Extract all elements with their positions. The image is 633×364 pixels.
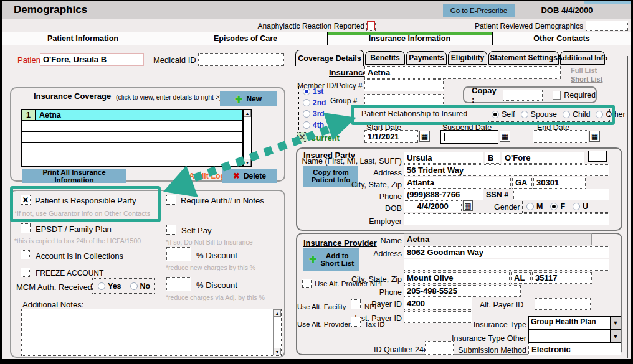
insurance-name-field[interactable]: Aetna	[364, 66, 561, 79]
scroll-down-icon[interactable]: ▼	[244, 159, 251, 166]
insured-address-field[interactable]: 56 Trident Way	[404, 164, 609, 176]
provider-state-field[interactable]: AL	[511, 272, 531, 284]
dropdown-arrow-icon[interactable]: ▼	[610, 317, 621, 329]
gender-male-radio[interactable]: M	[526, 202, 543, 211]
notes-scrollbar[interactable]: ▲ ▼	[273, 309, 281, 355]
start-date-calendar-icon[interactable]: ▦	[419, 131, 430, 142]
print-all-insurance-button[interactable]: Print All Insurance Information	[22, 169, 126, 183]
scroll-down-icon[interactable]: ▼	[274, 348, 281, 355]
insured-state-field[interactable]: GA	[512, 177, 532, 189]
insurance-row-empty[interactable]	[22, 143, 242, 154]
radio-icon	[492, 111, 499, 118]
short-list-link[interactable]: Short List	[571, 75, 602, 83]
tab-benefits[interactable]: Benefits	[365, 51, 405, 65]
patient-name-field[interactable]: O'Fore, Ursula B	[40, 53, 144, 66]
tab-eligibility[interactable]: Eligibility	[448, 51, 487, 65]
delete-insurance-button[interactable]: ✖ Delete	[222, 169, 277, 183]
insured-city-field[interactable]: Atlanta	[404, 177, 511, 189]
provider-phone-field[interactable]: 205-498-5525	[404, 285, 521, 297]
insured-last-name-field[interactable]: O'Fore	[502, 152, 584, 164]
collections-checkbox[interactable]	[21, 250, 30, 259]
copay-field[interactable]	[503, 90, 543, 101]
payer-id-field[interactable]: 4200	[404, 297, 472, 310]
discount-adjustment-field[interactable]	[166, 277, 191, 291]
coverage-list-scrollbar[interactable]: ▲ ▼	[243, 109, 252, 167]
provider-zip-field[interactable]: 35117	[532, 272, 592, 284]
provider-name-field[interactable]: Aetna	[404, 233, 592, 245]
mcm-yes-radio[interactable]: Yes	[98, 282, 121, 291]
provider-city-field[interactable]: Mount Olive	[404, 272, 510, 284]
employer-field[interactable]	[404, 213, 609, 225]
insurance-row-empty[interactable]	[22, 154, 242, 165]
insured-dob-calendar-icon[interactable]: ▦	[463, 200, 473, 211]
submission-method-field[interactable]: Electronic	[528, 343, 621, 355]
plus-icon: ✚	[235, 95, 243, 104]
alt-payer-id-field[interactable]	[535, 298, 591, 310]
discount-new-charges-field[interactable]	[166, 247, 191, 261]
order-1st-radio[interactable]: 1st	[303, 87, 332, 96]
scroll-up-icon[interactable]: ▲	[274, 309, 281, 317]
ssn-field[interactable]	[513, 189, 609, 200]
order-4th-radio[interactable]: 4th	[303, 121, 332, 129]
tab-insurance-information[interactable]: Insurance Information	[327, 32, 492, 45]
suspend-date-field[interactable]	[440, 130, 498, 144]
insurance-row-empty[interactable]	[22, 132, 242, 143]
insured-first-name-field[interactable]: Ursula	[404, 152, 483, 164]
gender-unknown-radio[interactable]: U	[573, 202, 588, 211]
insurance-type-other-dropdown[interactable]: ▼	[528, 330, 621, 343]
eprescribe-button[interactable]: Go to E-Prescribe	[443, 4, 515, 17]
epsdt-checkbox[interactable]	[21, 223, 31, 233]
start-date-field[interactable]: 1/1/2021	[364, 130, 418, 143]
copay-required-checkbox[interactable]	[553, 91, 561, 100]
reviewed-demographics-field[interactable]	[586, 21, 628, 31]
mcm-no-radio[interactable]: No	[130, 282, 151, 291]
insurance-row-empty[interactable]	[22, 121, 242, 132]
audit-log-link[interactable]: Audit Log	[189, 172, 225, 180]
use-alt-provider-npi-checkbox[interactable]	[302, 279, 312, 288]
end-date-calendar-icon[interactable]: ▦	[589, 131, 600, 142]
insurance-row-aetna[interactable]: 1 Aetna	[22, 110, 242, 121]
require-auth-checkbox[interactable]	[166, 195, 176, 205]
gender-female-radio[interactable]: F	[550, 202, 565, 211]
insured-suffix-field[interactable]	[588, 151, 607, 162]
provider-address1-field[interactable]: 8062 Goodman Way	[404, 246, 609, 258]
insured-mi-field[interactable]: B	[485, 152, 500, 164]
use-alt-facility-checkbox[interactable]	[351, 299, 361, 309]
use-alt-provider-taxid-checkbox[interactable]	[351, 317, 361, 327]
current-checkbox[interactable]: ✕	[297, 132, 307, 142]
new-insurance-button[interactable]: ✚ New	[220, 91, 277, 106]
self-pay-checkbox[interactable]	[166, 225, 176, 235]
insured-dob-field[interactable]: 4/4/2000	[404, 200, 462, 212]
end-date-field[interactable]	[533, 130, 588, 143]
insured-phone-field[interactable]: (999)888-7766	[404, 189, 483, 200]
dropdown-arrow-icon[interactable]: ▼	[610, 330, 621, 342]
relationship-other-radio[interactable]: Other	[596, 110, 625, 119]
order-3rd-radio[interactable]: 3rd	[303, 110, 332, 118]
relationship-self-radio[interactable]: Self	[492, 110, 515, 119]
relationship-spouse-radio[interactable]: Spouse	[521, 110, 557, 119]
tab-additional-info[interactable]: Additional Info	[560, 51, 605, 65]
medicaid-id-field[interactable]	[198, 53, 284, 66]
inst-payer-id-field[interactable]	[404, 311, 472, 323]
tab-statement-settings[interactable]: Statement Settings	[488, 51, 559, 65]
tab-other-contacts[interactable]: Other Contacts	[492, 32, 631, 45]
tab-episodes-of-care[interactable]: Episodes of Care	[164, 32, 327, 45]
insurance-type-dropdown[interactable]: Group Health Plan ▼	[528, 316, 621, 330]
anaphylactic-checkbox[interactable]	[367, 21, 375, 30]
provider-address2-field[interactable]	[404, 259, 609, 271]
tab-payments[interactable]: Payments	[406, 51, 447, 65]
scroll-up-icon[interactable]: ▲	[244, 110, 251, 117]
tab-coverage-details[interactable]: Coverage Details	[295, 50, 364, 66]
full-list-link[interactable]: Full List	[571, 67, 597, 74]
insured-zip-field[interactable]: 30301	[533, 177, 586, 189]
tab-patient-information[interactable]: Patient Information	[2, 32, 164, 45]
group-number-field[interactable]	[364, 94, 444, 106]
insurance-provider-title: Insurance Provider	[303, 238, 377, 248]
additional-notes-textarea[interactable]: ▲ ▼	[21, 309, 282, 356]
member-id-field[interactable]	[364, 79, 444, 91]
relationship-child-radio[interactable]: Child	[563, 110, 591, 119]
order-2nd-radio[interactable]: 2nd	[303, 98, 332, 107]
suspend-date-calendar-icon[interactable]: ▦	[500, 131, 510, 142]
freeze-account-checkbox[interactable]	[21, 268, 30, 277]
responsible-party-checkbox[interactable]: ✕	[21, 195, 31, 205]
